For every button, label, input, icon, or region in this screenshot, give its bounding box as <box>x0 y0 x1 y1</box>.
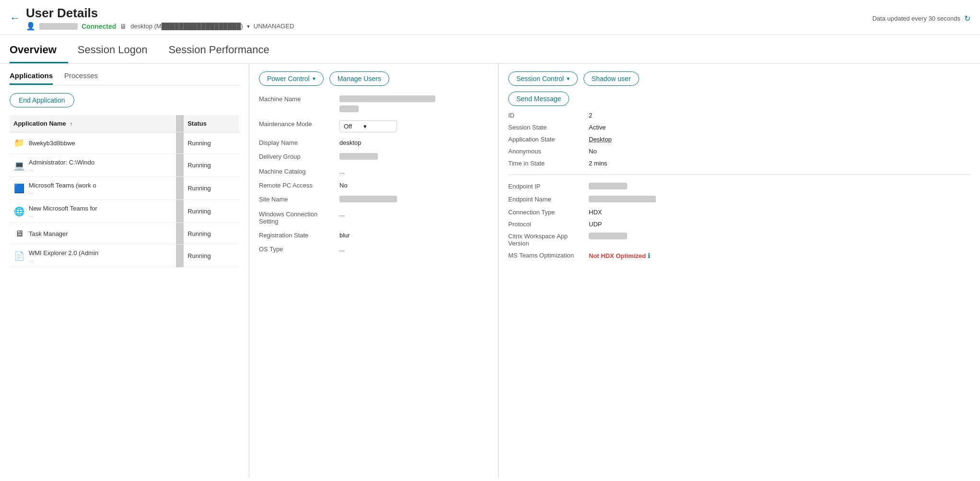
col-divider-cell <box>176 200 184 223</box>
mid-panel: Power Control ▾ Manage Users Machine Nam… <box>249 64 499 478</box>
app-status: Running <box>184 223 239 245</box>
left-panel: Applications Processes End Application A… <box>0 64 249 478</box>
sub-tab-processes[interactable]: Processes <box>64 71 98 85</box>
header-subtitle: 👤 Connected 🖥 desktop (M████████████████… <box>26 22 294 31</box>
info-value: ... <box>339 168 489 175</box>
app-name-cell: 🌐 New Microsoft Teams for ... <box>10 200 176 223</box>
send-message-button[interactable]: Send Message <box>508 92 569 106</box>
info-label: Machine Name <box>259 95 336 114</box>
app-name-cell: 📄 WMI Explorer 2.0 (Admin ... <box>10 245 176 268</box>
col-divider <box>176 115 184 132</box>
main-content: Applications Processes End Application A… <box>0 64 980 478</box>
username-label <box>39 23 78 30</box>
info-value: No <box>339 182 489 189</box>
session-label: ID <box>508 112 585 119</box>
info-icon[interactable]: ℹ <box>648 252 650 259</box>
info-label: Display Name <box>259 139 336 146</box>
back-button[interactable]: ← <box>10 12 20 24</box>
info-value <box>339 153 489 161</box>
info-value: ... <box>339 246 489 253</box>
info-label: Windows Connection Setting <box>259 211 336 225</box>
session-label: Time in State <box>508 160 585 167</box>
blurred-value <box>589 196 656 202</box>
table-row: 🌐 New Microsoft Teams for ... Running <box>10 200 239 223</box>
table-row: 🖥 Task Manager Running <box>10 223 239 245</box>
right-panel-actions: Session Control ▾ Shadow user <box>508 71 970 86</box>
right-panel: Session Control ▾ Shadow user Send Messa… <box>499 64 980 478</box>
session-value: Active <box>589 124 970 131</box>
table-row: 📁 8wekyb3d8bbwe Running <box>10 132 239 154</box>
session-info-grid: ID2Session StateActiveApplication StateD… <box>508 112 970 259</box>
blurred-value <box>589 233 627 239</box>
app-status: Running <box>184 177 239 200</box>
tab-overview[interactable]: Overview <box>10 37 68 63</box>
tab-session-logon[interactable]: Session Logon <box>78 37 159 63</box>
session-value: 2 <box>589 112 970 119</box>
session-label: Connection Type <box>508 209 585 216</box>
maintenance-chevron-icon: ▾ <box>363 123 367 130</box>
sort-icon[interactable]: ↑ <box>70 121 72 127</box>
app-icon: 📁 <box>13 137 25 149</box>
session-label: Session State <box>508 124 585 131</box>
app-name: Administrator: C:\Windo <box>29 159 94 166</box>
app-name-header: Application Name <box>13 120 66 127</box>
app-name-cell: 🖥 Task Manager <box>10 223 176 245</box>
header: ← User Details 👤 Connected 🖥 desktop (M█… <box>0 0 980 35</box>
app-name-more: ... <box>29 257 98 262</box>
info-value <box>339 196 489 204</box>
refresh-icon[interactable]: ↻ <box>964 14 970 23</box>
info-label: Registration State <box>259 232 336 239</box>
shadow-user-button[interactable]: Shadow user <box>583 71 639 86</box>
app-name-cell: 💻 Administrator: C:\Windo ... <box>10 154 176 177</box>
not-optimized-label: Not HDX Optimized <box>589 252 646 259</box>
connection-status: Connected <box>82 23 116 30</box>
machine-info-grid: Machine NameMaintenance ModeOff▾Display … <box>259 95 489 253</box>
session-value: UDP <box>589 221 970 228</box>
session-control-label: Session Control <box>516 75 564 82</box>
unmanaged-badge: UNMANAGED <box>254 23 294 30</box>
app-icon: 💻 <box>13 160 25 171</box>
tab-session-performance[interactable]: Session Performance <box>168 37 280 63</box>
manage-users-button[interactable]: Manage Users <box>329 71 389 86</box>
session-label: Citrix Workspace App Version <box>508 233 585 247</box>
table-row: 🟦 Microsoft Teams (work o ... Running <box>10 177 239 200</box>
app-status: Running <box>184 245 239 268</box>
app-name: Task Manager <box>29 230 68 237</box>
col-divider-cell <box>176 132 184 154</box>
session-control-chevron-icon: ▾ <box>567 75 570 82</box>
session-control-button[interactable]: Session Control ▾ <box>508 71 578 86</box>
col-divider-cell <box>176 177 184 200</box>
app-name-more: ... <box>29 212 97 218</box>
session-value: Not HDX Optimizedℹ <box>589 252 970 259</box>
session-value <box>589 233 970 247</box>
col-divider-cell <box>176 154 184 177</box>
info-value: desktop <box>339 139 489 146</box>
blurred-value <box>339 153 378 160</box>
data-update-label: Data updated every 30 seconds <box>872 15 960 22</box>
end-application-button[interactable]: End Application <box>10 93 74 107</box>
applications-table: Application Name ↑ Status 📁 8wekyb3d8bbw… <box>10 115 239 268</box>
session-value <box>589 183 970 191</box>
app-icon: 🌐 <box>13 206 25 217</box>
app-status: Running <box>184 200 239 223</box>
back-arrow-icon: ← <box>10 12 20 24</box>
blurred-value <box>339 196 397 202</box>
machine-chevron-icon[interactable]: ▾ <box>247 23 250 30</box>
manage-users-label: Manage Users <box>338 75 381 82</box>
power-control-button[interactable]: Power Control ▾ <box>259 71 324 86</box>
info-label: Site Name <box>259 196 336 204</box>
info-label: Delivery Group <box>259 153 336 161</box>
session-value: HDX <box>589 209 970 216</box>
col-application-name[interactable]: Application Name ↑ <box>10 115 176 132</box>
col-divider-cell <box>176 223 184 245</box>
info-label: Maintenance Mode <box>259 120 336 132</box>
sub-tab-applications[interactable]: Applications <box>10 71 53 85</box>
app-name-more: ... <box>29 166 94 172</box>
app-name: WMI Explorer 2.0 (Admin <box>29 249 98 257</box>
power-control-chevron-icon: ▾ <box>313 75 315 82</box>
section-divider <box>508 175 970 175</box>
maintenance-mode-select[interactable]: Off▾ <box>339 120 397 132</box>
col-status[interactable]: Status <box>184 115 239 132</box>
info-value[interactable]: Off▾ <box>339 120 489 132</box>
app-name: New Microsoft Teams for <box>29 205 97 212</box>
